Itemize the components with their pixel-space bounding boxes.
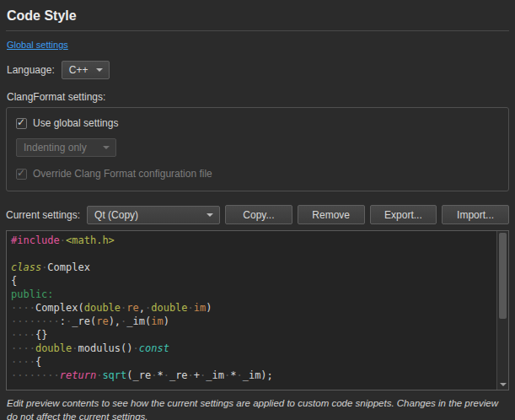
current-settings-row: Current settings: Qt (Copy) Copy... Remo… [6,205,509,224]
copy-button[interactable]: Copy... [225,205,292,224]
language-select[interactable]: C++ [62,61,110,79]
check-icon: ✓ [17,167,25,179]
code-line: class·Complex [11,261,496,274]
chevron-down-icon [96,68,103,72]
page-title: Code Style [7,8,509,24]
code-line: ········:·_re(re),·_im(im) [11,315,496,328]
use-global-settings-label: Use global settings [33,117,118,129]
title-divider [6,30,509,31]
code-style-page: Code Style Global settings Language: C++… [0,0,515,420]
language-row: Language: C++ [7,61,509,79]
code-line: { [11,274,496,288]
chevron-down-icon [500,383,507,386]
indenting-mode-value: Indenting only [24,142,87,153]
remove-button[interactable]: Remove [298,205,365,224]
scrollbar-thumb[interactable] [499,233,507,319]
editor-scrollbar[interactable] [496,231,508,390]
override-clang-config-checkbox: ✓ Override Clang Format configuration fi… [16,168,500,180]
current-settings-value: Qt (Copy) [94,209,138,221]
code-line: ····{} [11,328,496,342]
preview-help-text: Edit preview contents to see how the cur… [7,396,508,420]
global-settings-link[interactable]: Global settings [7,40,68,50]
language-label: Language: [7,64,55,76]
export-button[interactable]: Export... [370,205,437,224]
clangformat-groupbox: ✓ Use global settings Indenting only ✓ O… [6,107,509,191]
scroll-down-button[interactable] [497,379,508,390]
indenting-mode-select: Indenting only [16,138,116,157]
chevron-down-icon [207,213,213,217]
language-select-value: C++ [69,64,89,76]
clangformat-settings-label: ClangFormat settings: [7,91,509,103]
code-line: ········return·sqrt(_re·*·_re·+·_im·*·_i… [11,369,496,382]
code-editor-content: #include·<math.h>class·Complex{public:··… [7,231,496,390]
use-global-settings-checkbox[interactable]: ✓ Use global settings [16,117,500,129]
code-line: #include·<math.h> [11,234,496,247]
checkbox-box: ✓ [16,169,27,180]
code-line: ····{ [11,355,496,369]
checkbox-box: ✓ [16,118,27,129]
code-line: ····double·modulus()·const [11,342,496,355]
check-icon: ✓ [17,116,25,128]
code-preview-editor[interactable]: #include·<math.h>class·Complex{public:··… [6,230,509,390]
current-settings-label: Current settings: [6,209,80,221]
code-line: ····Complex(double·re,·double·im) [11,301,496,315]
chevron-down-icon [103,146,110,149]
override-clang-config-label: Override Clang Format configuration file [33,168,212,180]
code-line [11,247,496,261]
current-settings-select[interactable]: Qt (Copy) [87,206,220,224]
import-button[interactable]: Import... [442,205,509,224]
code-line: public: [11,288,496,301]
